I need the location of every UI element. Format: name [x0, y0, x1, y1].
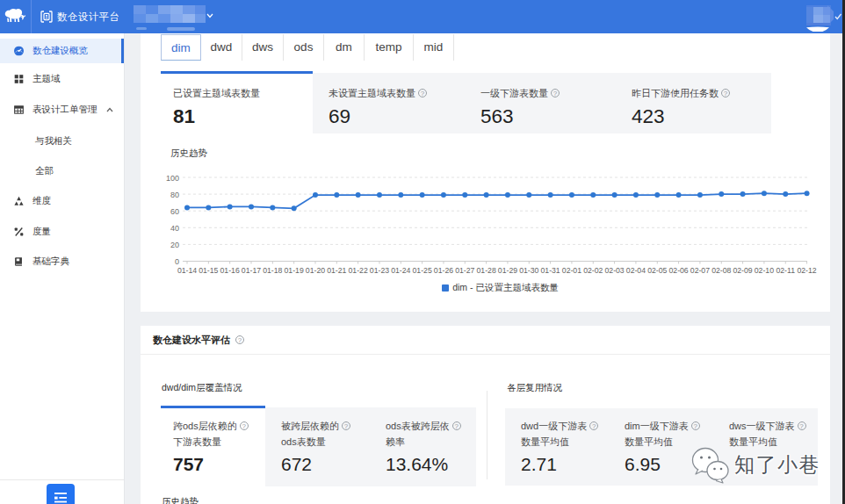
svg-text:01-26: 01-26 — [434, 266, 453, 275]
svg-text:02-07: 02-07 — [690, 266, 710, 275]
svg-text:01-27: 01-27 — [455, 266, 474, 275]
svg-text:01-15: 01-15 — [199, 266, 218, 275]
svg-text:01-30: 01-30 — [519, 266, 538, 275]
svg-text:01-23: 01-23 — [370, 266, 389, 275]
svg-text:60: 60 — [170, 207, 179, 216]
svg-text:01-18: 01-18 — [263, 266, 282, 275]
svg-text:01-29: 01-29 — [498, 266, 517, 275]
svg-text:01-14: 01-14 — [177, 266, 197, 275]
svg-text:0: 0 — [175, 257, 179, 266]
svg-text:02-11: 02-11 — [776, 266, 795, 275]
svg-text:01-31: 01-31 — [540, 266, 560, 275]
svg-text:02-03: 02-03 — [604, 266, 624, 275]
svg-text:02-04: 02-04 — [626, 266, 646, 275]
svg-text:80: 80 — [170, 191, 179, 199]
svg-text:20: 20 — [170, 241, 179, 249]
svg-text:01-28: 01-28 — [477, 266, 496, 275]
svg-text:02-06: 02-06 — [668, 266, 688, 275]
svg-text:02-10: 02-10 — [755, 266, 774, 275]
svg-text:100: 100 — [166, 174, 179, 183]
svg-text:02-05: 02-05 — [647, 266, 667, 275]
svg-text:01-19: 01-19 — [285, 266, 304, 275]
svg-text:02-12: 02-12 — [797, 266, 816, 275]
svg-text:01-24: 01-24 — [391, 266, 410, 275]
svg-text:40: 40 — [170, 224, 179, 233]
svg-text:01-20: 01-20 — [306, 266, 325, 275]
svg-text:01-21: 01-21 — [327, 266, 346, 275]
svg-text:02-08: 02-08 — [711, 266, 731, 275]
svg-text:02-01: 02-01 — [562, 266, 581, 275]
svg-text:02-02: 02-02 — [583, 266, 603, 275]
svg-text:01-16: 01-16 — [220, 266, 240, 275]
svg-text:01-25: 01-25 — [413, 266, 432, 275]
svg-text:01-22: 01-22 — [349, 266, 368, 275]
svg-text:01-17: 01-17 — [242, 266, 261, 275]
svg-text:02-09: 02-09 — [733, 266, 752, 275]
